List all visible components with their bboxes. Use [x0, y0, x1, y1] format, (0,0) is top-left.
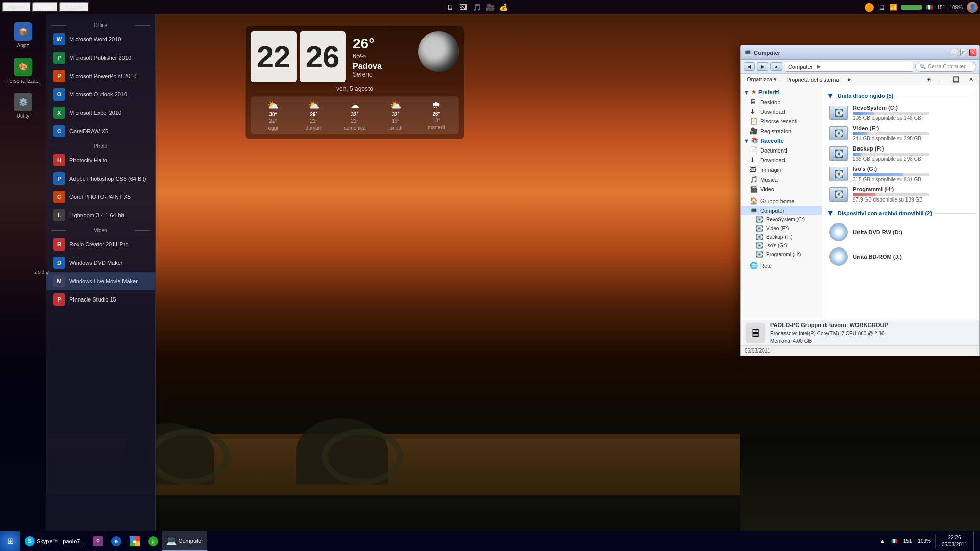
menu-item-coreldraw[interactable]: C CorelDRAW X5	[46, 122, 155, 140]
nav-video-coll[interactable]: 🎬 Video	[741, 184, 822, 194]
file-explorer-window: 💻 Computer ─ □ ✕ ◀ ▶ ▲ Computer ▶ 🔍 Cerc…	[740, 45, 980, 356]
disk-h[interactable]: 💽 Programmi (H:) 97.9 GB disponibile su …	[826, 184, 975, 205]
topbar-btn-games[interactable]: Games	[59, 2, 89, 12]
tray-battery[interactable]: 109%	[916, 531, 933, 552]
menu-item-pinnacle[interactable]: P Pinnacle Studio 15	[46, 290, 155, 309]
disk-g[interactable]: 💽 Iso's (G:) 315 GB disponibile su 931 G…	[826, 164, 975, 184]
start-icon: ⊞	[7, 536, 14, 546]
taskbar-explorer[interactable]: 💻 Computer	[162, 531, 207, 552]
menu-item-dvdmaker[interactable]: D Windows DVD Maker	[46, 254, 155, 272]
nav-desktop[interactable]: 🖥 Desktop	[741, 97, 822, 107]
forward-button[interactable]: ▶	[757, 62, 768, 71]
nav-registrazioni[interactable]: 🎥 Registrazioni	[741, 126, 822, 136]
nav-musica[interactable]: 🎵 Musica	[741, 174, 822, 184]
details-panel-toggle[interactable]: 🔲	[949, 76, 963, 83]
nav-recenti[interactable]: 📋 Risorse recenti	[741, 116, 822, 126]
disk-e[interactable]: 💽 Video (E:) 241 GB disponibile su 298 G…	[826, 123, 975, 143]
nav-c-drive[interactable]: 💽 RevoSystem (C:)	[741, 215, 822, 224]
nav-download-fav[interactable]: ⬇ Download	[741, 107, 822, 116]
avatar[interactable]: 👤	[967, 2, 978, 13]
view-icon-1[interactable]: ⊞	[923, 76, 934, 83]
coreldraw-label: CorelDRAW X5	[69, 128, 108, 134]
weather-moon	[418, 31, 459, 72]
menu-item-powerpoint[interactable]: P Microsoft PowerPoint 2010	[46, 67, 155, 85]
forecast-d4-label: martedì	[428, 124, 445, 130]
proprieta-menu[interactable]: Proprietà del sistema	[783, 76, 842, 83]
organizza-menu[interactable]: Organizza ▾	[744, 76, 780, 83]
disk-c[interactable]: 💽 RevoSystem (C:) 108 GB disponibile su …	[826, 103, 975, 123]
menu-item-corelphoto[interactable]: C Corel PHOTO-PAINT X5	[46, 188, 155, 206]
weather-date: ven, 5 agosto	[251, 85, 459, 92]
money-icon[interactable]: 💰	[498, 2, 508, 12]
menu-item-photocity[interactable]: H Photocity Halto	[46, 151, 155, 169]
music-icon[interactable]: 🎵	[472, 2, 482, 12]
menu-item-roxio[interactable]: R Roxio Creator 2011 Pro	[46, 235, 155, 254]
back-button[interactable]: ◀	[744, 62, 755, 71]
weather-condition: Sereno	[353, 71, 415, 78]
nav-e-drive[interactable]: 💽 Video (E:)	[741, 224, 822, 233]
raccolte-section[interactable]: ▼ 📚 Raccolte	[741, 136, 822, 145]
start-button[interactable]: ⊞	[0, 531, 20, 552]
excel-icon: X	[53, 107, 65, 119]
forecast-d2-icon: ☁	[350, 99, 359, 111]
screen-icon: 🖥	[878, 3, 886, 11]
dvd-rw-name: Unità DVD RW (D:)	[853, 229, 972, 235]
more-menu[interactable]: ▸	[845, 76, 854, 83]
word-label: Microsoft Word 2010	[69, 36, 121, 42]
nav-f-drive[interactable]: 💽 Backup (F:)	[741, 233, 822, 241]
menu-item-publisher[interactable]: P Microsoft Publisher 2010	[46, 48, 155, 67]
nav-immagini[interactable]: 🖼 Immagini	[741, 165, 822, 174]
taskbar-chrome[interactable]: ●	[126, 531, 144, 552]
taskbar-torrent[interactable]: µ	[144, 531, 162, 552]
menu-item-excel[interactable]: X Microsoft Excel 2010	[46, 104, 155, 122]
left-panel-utility[interactable]: ⚙️ Utility	[3, 90, 43, 122]
view-icon-2[interactable]: ≡	[937, 76, 946, 83]
taskbar-skype[interactable]: S Skype™ - paolo7...	[20, 531, 89, 552]
taskbar-unknown[interactable]: ?	[89, 531, 107, 552]
nav-h-drive[interactable]: 💽 Programmi (H:)	[741, 250, 822, 259]
close-button[interactable]: ✕	[969, 49, 976, 56]
maximize-button[interactable]: □	[960, 49, 967, 56]
left-panel-personalizza[interactable]: 🎨 Personalizza...	[3, 55, 43, 87]
favorites-section[interactable]: ▼ ★ Preferiti	[741, 87, 822, 97]
left-panel-appz[interactable]: 📦 Appz	[3, 19, 43, 52]
disk-f[interactable]: 💽 Backup (F:) 265 GB disponibile su 298 …	[826, 143, 975, 164]
corelphoto-label: Corel PHOTO-PAINT X5	[69, 194, 131, 200]
nav-rete[interactable]: 🌐 Rete	[741, 261, 822, 270]
recenti-label: Risorse recenti	[760, 118, 797, 124]
forecast-today-lo: 21°	[269, 118, 277, 124]
address-bar[interactable]: Computer ▶	[785, 62, 913, 72]
up-button[interactable]: ▲	[770, 62, 782, 71]
menu-item-lightroom[interactable]: L Lightroom 3.4.1 64-bit	[46, 206, 155, 224]
nav-gruppo-home[interactable]: 🏠 Gruppo home	[741, 196, 822, 206]
show-hidden-icons[interactable]: ▲	[878, 531, 887, 552]
picture-icon[interactable]: 🖼	[458, 2, 469, 12]
topbar-btn-appz[interactable]: Appz	[32, 2, 58, 12]
close-panel-btn[interactable]: ✕	[966, 76, 976, 83]
dvd-rw-item[interactable]: Unità DVD RW (D:)	[826, 220, 975, 244]
bd-rom-item[interactable]: Unità BD-ROM (J:)	[826, 244, 975, 269]
clock[interactable]: 22:26 05/08/2011	[938, 531, 971, 552]
menu-item-outlook[interactable]: O Microsoft Outlook 2010	[46, 85, 155, 104]
nav-download-coll[interactable]: ⬇ Download	[741, 155, 822, 165]
nav-documenti[interactable]: 📄 Documenti	[741, 145, 822, 155]
minimize-button[interactable]: ─	[951, 49, 958, 56]
explorer-taskbar-icon: 💻	[166, 536, 177, 546]
monitor-icon[interactable]: 🖥	[445, 2, 455, 12]
tray-signal[interactable]: 151	[901, 531, 914, 552]
photocity-label: Photocity Halto	[69, 157, 107, 163]
nav-computer[interactable]: 💻 Computer	[741, 206, 822, 215]
top-bar-icons: 🖥 🖼 🎵 🎥 💰	[442, 2, 511, 12]
show-desktop-button[interactable]	[973, 531, 978, 552]
explorer-menubar: Organizza ▾ Proprietà del sistema ▸ ⊞ ≡ …	[741, 74, 979, 85]
tray-flag[interactable]: 🇮🇹	[889, 531, 899, 552]
video-icon[interactable]: 🎥	[485, 2, 495, 12]
topbar-btn-places[interactable]: Places	[2, 2, 31, 12]
menu-item-moviemaker[interactable]: M Windows Live Movie Maker	[46, 272, 155, 290]
taskbar-ie[interactable]: e	[107, 531, 126, 552]
nav-g-drive[interactable]: 💽 Iso's (G:)	[741, 241, 822, 250]
menu-item-word[interactable]: W Microsoft Word 2010	[46, 30, 155, 48]
menu-item-photoshop[interactable]: P Adobe Photoshop CS5 (64 Bit)	[46, 169, 155, 188]
weather-city: Padova	[353, 62, 415, 71]
search-bar[interactable]: 🔍 Cerca Computer	[915, 62, 976, 72]
